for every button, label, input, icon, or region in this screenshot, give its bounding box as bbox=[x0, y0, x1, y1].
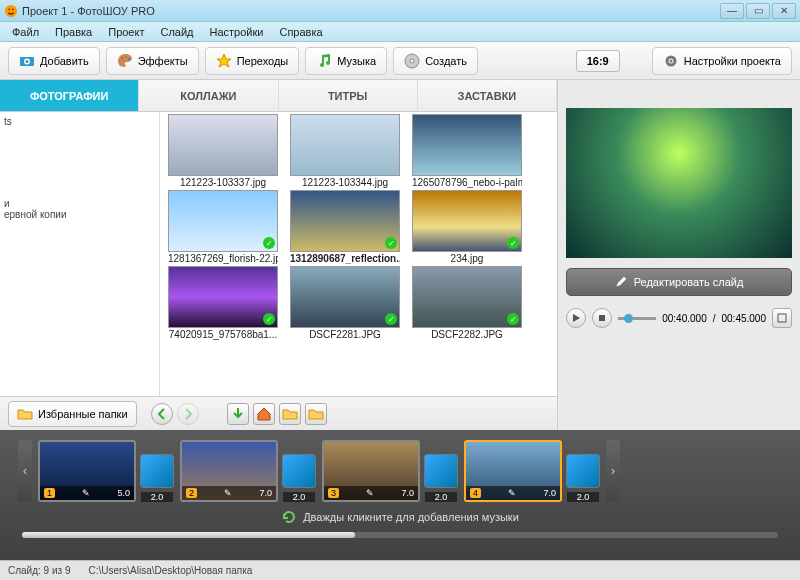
left-panel: ФОТОГРАФИИ КОЛЛАЖИ ТИТРЫ ЗАСТАВКИ ts и е… bbox=[0, 80, 558, 430]
fullscreen-button[interactable] bbox=[772, 308, 792, 328]
svg-rect-14 bbox=[778, 314, 786, 322]
timeline-slide[interactable]: 2✎7.02.0 bbox=[180, 440, 316, 502]
transitions-button[interactable]: Переходы bbox=[205, 47, 300, 75]
thumbnail-label: 121223-103344.jpg bbox=[302, 177, 388, 188]
menu-edit[interactable]: Правка bbox=[47, 26, 100, 38]
star-icon bbox=[216, 53, 232, 69]
disc-icon bbox=[404, 53, 420, 69]
timeline-scroll-left[interactable]: ‹ bbox=[18, 440, 32, 502]
arrow-right-icon bbox=[180, 406, 196, 422]
thumbnail[interactable]: ✓1312890687_reflection... bbox=[288, 190, 402, 264]
thumbnail-image bbox=[290, 114, 400, 176]
folder-tree[interactable]: ts и ервной копии bbox=[0, 112, 160, 396]
close-button[interactable]: ✕ bbox=[772, 3, 796, 19]
svg-point-8 bbox=[128, 58, 130, 60]
transition-box[interactable]: 2.0 bbox=[566, 454, 600, 488]
thumbnail[interactable]: ✓234.jpg bbox=[410, 190, 524, 264]
transition-duration: 2.0 bbox=[141, 492, 173, 502]
music-button[interactable]: Музыка bbox=[305, 47, 387, 75]
thumbnail[interactable]: ✓74020915_975768ba1... bbox=[166, 266, 280, 340]
tab-collages[interactable]: КОЛЛАЖИ bbox=[139, 80, 278, 111]
aspect-button[interactable]: 16:9 bbox=[576, 50, 620, 72]
thumbnail[interactable]: ✓DSCF2281.JPG bbox=[288, 266, 402, 340]
playback-controls: 00:40.000 / 00:45.000 bbox=[566, 308, 792, 328]
gear-icon bbox=[663, 53, 679, 69]
svg-point-7 bbox=[125, 56, 127, 58]
slide-thumbnail: 4✎7.0 bbox=[464, 440, 562, 502]
project-settings-button[interactable]: Настройки проекта bbox=[652, 47, 792, 75]
right-panel: Редактировать слайд 00:40.000 / 00:45.00… bbox=[558, 80, 800, 430]
slide-number: 4 bbox=[470, 488, 481, 498]
transition-box[interactable]: 2.0 bbox=[424, 454, 458, 488]
preview-window[interactable] bbox=[566, 108, 792, 258]
slide-number: 1 bbox=[44, 488, 55, 498]
home-button[interactable] bbox=[253, 403, 275, 425]
svg-point-6 bbox=[121, 57, 123, 59]
menu-project[interactable]: Проект bbox=[100, 26, 152, 38]
new-folder-button[interactable] bbox=[305, 403, 327, 425]
nav-back-button[interactable] bbox=[151, 403, 173, 425]
slide-duration: 7.0 bbox=[543, 488, 556, 498]
thumbnail[interactable]: 121223-103344.jpg bbox=[288, 114, 402, 188]
timeline-scroll-right[interactable]: › bbox=[606, 440, 620, 502]
pencil-icon: ✎ bbox=[366, 488, 374, 498]
timeline-slide[interactable]: 1✎5.02.0 bbox=[38, 440, 174, 502]
transition-box[interactable]: 2.0 bbox=[140, 454, 174, 488]
playback-slider[interactable] bbox=[618, 317, 656, 320]
window-title: Проект 1 - ФотоШОУ PRO bbox=[22, 5, 718, 17]
timeline: ‹ 1✎5.02.02✎7.02.03✎7.02.04✎7.02.0› Дваж… bbox=[0, 430, 800, 560]
favorites-button[interactable]: Избранные папки bbox=[8, 401, 137, 427]
menu-slide[interactable]: Слайд bbox=[152, 26, 201, 38]
create-label: Создать bbox=[425, 55, 467, 67]
transition-duration: 2.0 bbox=[567, 492, 599, 502]
svg-point-1 bbox=[8, 8, 10, 10]
timeline-slide[interactable]: 3✎7.02.0 bbox=[322, 440, 458, 502]
menubar: Файл Правка Проект Слайд Настройки Справ… bbox=[0, 22, 800, 42]
edit-slide-button[interactable]: Редактировать слайд bbox=[566, 268, 792, 296]
thumbnail-grid: 121223-103337.jpg121223-103344.jpg126507… bbox=[160, 112, 557, 396]
refresh-icon bbox=[281, 509, 297, 525]
thumbnail[interactable]: ✓DSCF2282.JPG bbox=[410, 266, 524, 340]
transition-box[interactable]: 2.0 bbox=[282, 454, 316, 488]
menu-help[interactable]: Справка bbox=[271, 26, 330, 38]
thumbnail-image: ✓ bbox=[168, 266, 278, 328]
transitions-label: Переходы bbox=[237, 55, 289, 67]
thumbnail[interactable]: ✓1281367269_florish-22.jpg bbox=[166, 190, 280, 264]
menu-file[interactable]: Файл bbox=[4, 26, 47, 38]
slide-thumbnail: 2✎7.0 bbox=[180, 440, 278, 502]
nav-fwd-button[interactable] bbox=[177, 403, 199, 425]
thumbnail[interactable]: 1265078796_nebo-i-palma... bbox=[410, 114, 524, 188]
thumbnail[interactable]: 121223-103337.jpg bbox=[166, 114, 280, 188]
add-button[interactable]: Добавить bbox=[8, 47, 100, 75]
download-button[interactable] bbox=[227, 403, 249, 425]
pencil-icon: ✎ bbox=[224, 488, 232, 498]
thumbnail-image bbox=[168, 114, 278, 176]
time-total: 00:45.000 bbox=[722, 313, 767, 324]
add-label: Добавить bbox=[40, 55, 89, 67]
effects-button[interactable]: Эффекты bbox=[106, 47, 199, 75]
thumbnail-image: ✓ bbox=[290, 266, 400, 328]
open-folder-button[interactable] bbox=[279, 403, 301, 425]
music-label: Музыка bbox=[337, 55, 376, 67]
menu-settings[interactable]: Настройки bbox=[202, 26, 272, 38]
music-track[interactable]: Дважды кликните для добавления музыки bbox=[0, 506, 800, 528]
tab-splash[interactable]: ЗАСТАВКИ bbox=[418, 80, 557, 111]
tab-titles[interactable]: ТИТРЫ bbox=[279, 80, 418, 111]
stop-button[interactable] bbox=[592, 308, 612, 328]
thumbnail-label: DSCF2281.JPG bbox=[309, 329, 381, 340]
timeline-track[interactable]: ‹ 1✎5.02.02✎7.02.03✎7.02.04✎7.02.0› bbox=[0, 430, 800, 506]
timeline-scrollbar[interactable] bbox=[22, 532, 778, 538]
create-button[interactable]: Создать bbox=[393, 47, 478, 75]
thumbnail-image bbox=[412, 114, 522, 176]
folder-star-icon bbox=[308, 406, 324, 422]
thumbnail-label: 1312890687_reflection... bbox=[290, 253, 400, 264]
effects-label: Эффекты bbox=[138, 55, 188, 67]
minimize-button[interactable]: — bbox=[720, 3, 744, 19]
statusbar: Слайд: 9 из 9 C:\Users\Alisa\Desktop\Нов… bbox=[0, 560, 800, 580]
tab-photos[interactable]: ФОТОГРАФИИ bbox=[0, 80, 139, 111]
play-button[interactable] bbox=[566, 308, 586, 328]
slide-number: 3 bbox=[328, 488, 339, 498]
app-icon bbox=[4, 4, 18, 18]
timeline-slide[interactable]: 4✎7.02.0 bbox=[464, 440, 600, 502]
maximize-button[interactable]: ▭ bbox=[746, 3, 770, 19]
